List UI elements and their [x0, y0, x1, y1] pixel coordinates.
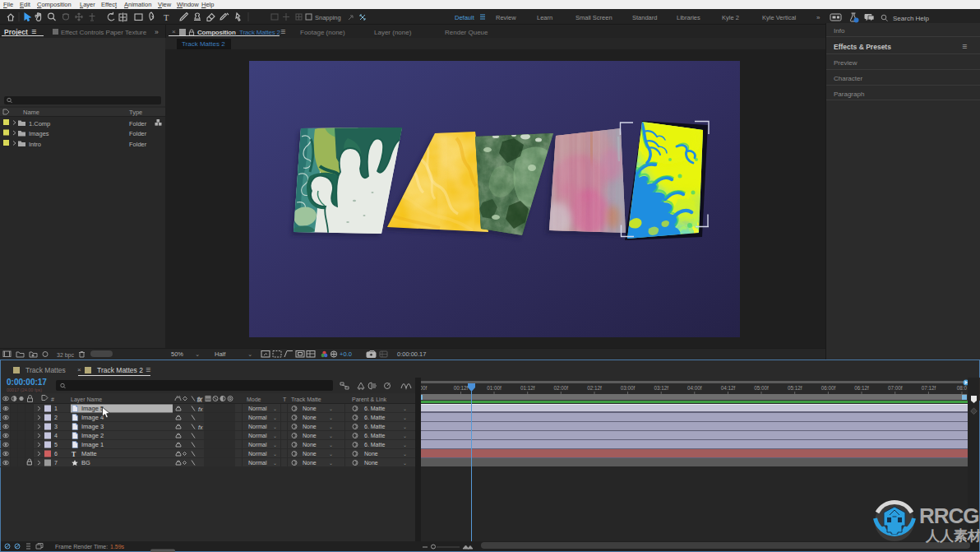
svg-text:Layer Name: Layer Name [71, 397, 102, 403]
svg-text:⌄: ⌄ [273, 434, 277, 438]
svg-text:⌄: ⌄ [329, 434, 333, 438]
svg-text:⌄: ⌄ [403, 424, 407, 429]
svg-text:⌄: ⌄ [329, 443, 333, 448]
svg-text:⌄: ⌄ [273, 461, 277, 466]
svg-text:7: 7 [54, 460, 58, 466]
svg-text:Folder: Folder [129, 141, 147, 148]
svg-text:⌄: ⌄ [403, 434, 407, 438]
svg-text:⌄: ⌄ [329, 415, 333, 420]
svg-text:None: None [364, 451, 378, 457]
svg-text:None: None [303, 415, 317, 420]
svg-text:6. Matte: 6. Matte [364, 415, 385, 420]
svg-text:6. Matte: 6. Matte [364, 442, 385, 448]
svg-text:Name: Name [23, 109, 39, 116]
svg-text:»: » [816, 14, 821, 21]
svg-text:Snapping: Snapping [315, 14, 341, 21]
svg-text:fx: fx [198, 406, 203, 412]
svg-text:⌄: ⌄ [273, 424, 277, 429]
svg-text:BG: BG [81, 459, 90, 466]
svg-text:Image 1: Image 1 [81, 441, 104, 448]
svg-text:Learn: Learn [537, 14, 552, 21]
svg-text:Search Help: Search Help [893, 15, 930, 22]
svg-text:6. Matte: 6. Matte [364, 433, 385, 438]
svg-text:Parent & Link: Parent & Link [352, 397, 387, 402]
svg-text:07:00f: 07:00f [888, 385, 903, 391]
svg-text:None: None [303, 433, 317, 438]
svg-text:Type: Type [129, 109, 142, 116]
svg-text:Image 3: Image 3 [81, 423, 104, 430]
svg-text:Normal: Normal [248, 442, 267, 448]
svg-text:Folder: Folder [129, 130, 147, 137]
svg-text:1.Comp: 1.Comp [29, 120, 50, 128]
svg-text:01:12f: 01:12f [520, 385, 535, 391]
svg-text:⌄: ⌄ [403, 452, 407, 457]
svg-text:⌄: ⌄ [329, 424, 333, 429]
svg-text:T: T [72, 451, 76, 458]
svg-text:03:00f: 03:00f [621, 385, 636, 391]
svg-text:Normal: Normal [248, 433, 267, 438]
svg-text:RRCG: RRCG [919, 503, 979, 528]
svg-text:⌄: ⌄ [273, 452, 277, 457]
svg-text:1: 1 [54, 406, 58, 411]
svg-text:Normal: Normal [248, 424, 267, 429]
svg-text:32 bpc: 32 bpc [57, 352, 75, 359]
svg-text:⌄: ⌄ [403, 406, 407, 411]
svg-text:Libraries: Libraries [677, 14, 700, 21]
svg-text:Track Matte: Track Matte [291, 397, 321, 402]
svg-text:None: None [364, 460, 378, 466]
svg-text:Intro: Intro [29, 141, 41, 148]
svg-text:Image 2: Image 2 [81, 432, 104, 439]
svg-text:00:12f: 00:12f [454, 385, 469, 391]
svg-text:07:12f: 07:12f [922, 385, 936, 391]
svg-text:⌄: ⌄ [403, 443, 407, 448]
svg-text:3: 3 [54, 424, 58, 429]
svg-text:None: None [303, 451, 317, 457]
svg-text:4: 4 [54, 433, 58, 438]
svg-text:Normal: Normal [248, 406, 267, 411]
svg-text:T: T [283, 397, 287, 402]
svg-text:⌄: ⌄ [273, 406, 277, 411]
svg-text:Kyle 2: Kyle 2 [722, 14, 739, 21]
svg-text:T: T [164, 13, 169, 22]
svg-text:06:12f: 06:12f [854, 385, 869, 391]
svg-text:06:00f: 06:00f [821, 385, 836, 391]
svg-text:⌄: ⌄ [247, 350, 252, 358]
svg-text:01:00f: 01:00f [487, 385, 502, 391]
svg-text:None: None [303, 442, 317, 448]
svg-text:⌄: ⌄ [273, 443, 277, 448]
svg-text:⌄: ⌄ [403, 461, 407, 466]
svg-text:Normal: Normal [248, 451, 267, 457]
svg-text:Matte: Matte [81, 450, 97, 457]
svg-text:Images: Images [29, 130, 49, 137]
svg-text:⌄: ⌄ [329, 406, 333, 411]
svg-text:Default: Default [455, 14, 475, 21]
svg-text:fx: fx [198, 424, 203, 430]
svg-text:Normal: Normal [248, 415, 267, 420]
svg-text:50%: 50% [171, 350, 183, 358]
svg-text:Folder: Folder [129, 120, 147, 128]
svg-text:Review: Review [496, 14, 516, 21]
svg-text:03:12f: 03:12f [654, 385, 668, 391]
svg-text:05:00f: 05:00f [754, 385, 769, 391]
svg-text:Half: Half [215, 350, 226, 358]
svg-text:人人素材: 人人素材 [925, 528, 980, 544]
svg-text:04:00f: 04:00f [687, 385, 702, 391]
svg-text:None: None [303, 406, 317, 411]
svg-text:None: None [303, 424, 317, 429]
svg-text:Kyle Vertical: Kyle Vertical [762, 14, 797, 21]
svg-text:1.59s: 1.59s [110, 544, 125, 550]
svg-text:Normal: Normal [248, 460, 267, 466]
svg-text:Mode: Mode [247, 397, 261, 402]
svg-text:⌄: ⌄ [329, 452, 333, 457]
svg-text:05:12f: 05:12f [788, 385, 802, 391]
svg-text:6: 6 [54, 451, 58, 457]
svg-text:08:0: 08:0 [957, 385, 968, 391]
svg-text:fx: fx [197, 397, 202, 402]
svg-text:02:12f: 02:12f [587, 385, 602, 391]
svg-text:02:00f: 02:00f [554, 385, 569, 391]
svg-text:5: 5 [54, 442, 58, 448]
svg-text:None: None [303, 460, 317, 466]
svg-text:⌄: ⌄ [273, 415, 277, 420]
svg-text:⌄: ⌄ [195, 350, 200, 358]
svg-text:2: 2 [54, 415, 58, 420]
